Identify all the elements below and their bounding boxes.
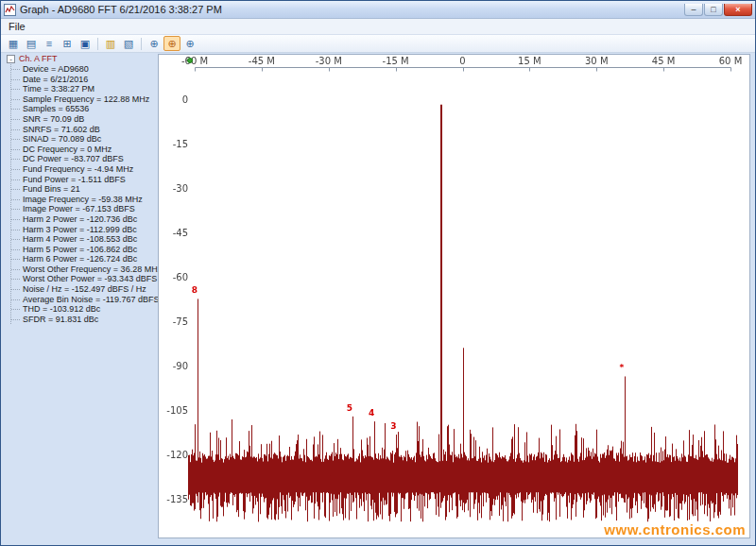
menubar: File (1, 19, 755, 35)
tree-item-image-power[interactable]: Image Power = -67.153 dBFS (11, 204, 158, 214)
minimize-button[interactable]: – (684, 4, 703, 16)
tree-item-dc-power[interactable]: DC Power = -83.707 dBFS (11, 154, 158, 164)
tree-root-label: Ch. A FFT (19, 54, 58, 64)
graph-window: Graph - AD9680 FFT 6/21/2016 3:38:27 PM … (0, 0, 756, 546)
tree-item-date[interactable]: Date = 6/21/2016 (11, 75, 158, 85)
tree-root-row[interactable]: - Ch. A FFT (7, 54, 158, 64)
titlebar[interactable]: Graph - AD9680 FFT 6/21/2016 3:38:27 PM … (1, 1, 755, 19)
tree-item-worst-other-power[interactable]: Worst Other Power = -93.343 dBFS (11, 274, 158, 284)
tree-item-worst-other-frequency[interactable]: Worst Other Frequency = 36.28 MHz (11, 264, 158, 275)
tree-item-noise-hz[interactable]: Noise / Hz = -152.497 dBFS / Hz (11, 284, 158, 295)
tree-item-device[interactable]: Device = AD9680 (11, 64, 158, 75)
toolbar: ▦▤≡⊞▣▥▧⊕⊕⊕ (1, 35, 755, 53)
tree-item-sfdr[interactable]: SFDR = 91.831 dBc (11, 315, 158, 325)
maximize-button[interactable]: □ (704, 4, 723, 16)
tree-item-fund-power[interactable]: Fund Power = -1.511 dBFS (11, 175, 158, 185)
toolbar-separator (141, 38, 142, 50)
window-title: Graph - AD9680 FFT 6/21/2016 3:38:27 PM (20, 4, 684, 15)
zoom-vertical-button[interactable]: ⊕ (181, 36, 198, 51)
window-icon (4, 4, 16, 16)
status-indicator-icon (187, 58, 193, 63)
tree-item-fund-frequency[interactable]: Fund Frequency = -4.94 MHz (11, 164, 158, 175)
tree-item-snr[interactable]: SNR = 70.09 dB (11, 114, 158, 125)
collapse-toggle-icon[interactable]: - (7, 55, 15, 63)
toolbar-separator (97, 38, 98, 50)
tree-item-thd[interactable]: THD = -103.912 dBc (11, 304, 158, 315)
fft-results-tree: - Ch. A FFT Device = AD9680Date = 6/21/2… (7, 54, 158, 324)
zoom-horizontal-button[interactable]: ⊕ (146, 36, 163, 51)
tree-item-time[interactable]: Time = 3:38:27 PM (11, 84, 158, 94)
show-data-grid-button[interactable]: ▤ (23, 36, 40, 51)
show-list-button[interactable]: ≡ (41, 36, 58, 51)
tree-item-sinad[interactable]: SINAD = 70.089 dBc (11, 134, 158, 145)
tree-item-harm-4-power[interactable]: Harm 4 Power = -108.553 dBc (11, 234, 158, 245)
tree-item-dc-frequency[interactable]: DC Frequency = 0 MHz (11, 145, 158, 155)
tree-item-fund-bins[interactable]: Fund Bins = 21 (11, 184, 158, 195)
menu-file[interactable]: File (1, 20, 33, 33)
watermark: www.cntronics.com (604, 521, 746, 537)
fft-plot-panel: www.cntronics.com (158, 54, 750, 538)
tree-item-average-bin-noise[interactable]: Average Bin Noise = -119.767 dBFS (11, 295, 158, 305)
window-controls: – □ × (684, 4, 752, 16)
zoom-box-button[interactable]: ⊕ (163, 36, 180, 51)
tree-item-harm-6-power[interactable]: Harm 6 Power = -126.724 dBc (11, 254, 158, 264)
save-button[interactable]: ▣ (77, 36, 94, 51)
fft-plot-canvas[interactable] (159, 55, 749, 537)
tree-item-sample-frequency[interactable]: Sample Frequency = 122.88 MHz (11, 94, 158, 105)
tree-item-snrfs[interactable]: SNRFS = 71.602 dB (11, 125, 158, 135)
client-area: - Ch. A FFT Device = AD9680Date = 6/21/2… (1, 53, 755, 545)
trace-settings-button[interactable]: ▧ (120, 36, 137, 51)
annotations-button[interactable]: ▥ (102, 36, 119, 51)
tree-item-harm-5-power[interactable]: Harm 5 Power = -106.862 dBc (11, 245, 158, 255)
tree-item-harm-2-power[interactable]: Harm 2 Power = -120.736 dBc (11, 214, 158, 225)
tree-item-samples[interactable]: Samples = 65536 (11, 104, 158, 114)
close-button[interactable]: × (724, 4, 752, 16)
cursor-box-button[interactable]: ⊞ (59, 36, 76, 51)
export-graph-button[interactable]: ▦ (5, 36, 22, 51)
tree-children: Device = AD9680Date = 6/21/2016Time = 3:… (10, 64, 158, 324)
tree-item-harm-3-power[interactable]: Harm 3 Power = -112.999 dBc (11, 225, 158, 235)
tree-item-image-frequency[interactable]: Image Frequency = -59.38 MHz (11, 195, 158, 205)
